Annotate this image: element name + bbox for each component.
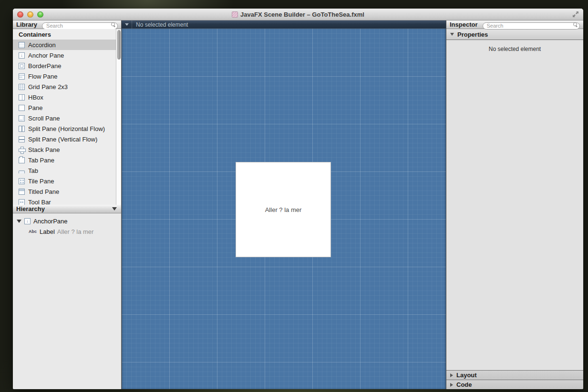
properties-section-label: Properties xyxy=(457,31,488,38)
library-list: ContainersAccordionAnchor PaneBorderPane… xyxy=(13,29,121,205)
hierarchy-node-anchorpane[interactable]: AnchorPane xyxy=(13,216,121,226)
library-item-label: Tab Pane xyxy=(28,157,54,164)
library-item-pane[interactable]: Pane xyxy=(13,102,116,113)
scene-builder-window: JavaFX Scene Builder – GoToTheSea.fxml L… xyxy=(13,9,583,389)
search-icon xyxy=(573,22,578,27)
inspector-search xyxy=(483,21,580,28)
anchor-pane-icon xyxy=(19,52,25,59)
code-section-header[interactable]: Code xyxy=(446,380,583,389)
design-canvas[interactable]: Aller ? la mer xyxy=(122,29,446,389)
chevron-down-icon xyxy=(450,33,454,36)
library-item-label: Pane xyxy=(28,104,42,111)
properties-section-header[interactable]: Properties xyxy=(446,29,583,40)
hierarchy-node-label[interactable]: AbcLabelAller ? la mer xyxy=(13,226,121,237)
hierarchy-header: Hierarchy xyxy=(13,205,121,213)
disclosure-triangle-icon[interactable] xyxy=(17,220,21,223)
library-item-tab-pane[interactable]: Tab Pane xyxy=(13,155,116,165)
abc-label-icon: Abc xyxy=(29,229,37,234)
no-selection-message: No selected element xyxy=(489,46,541,52)
library-item-label: Tab xyxy=(28,167,38,174)
library-item-label: Stack Pane xyxy=(28,146,60,153)
library-item-label: Accordion xyxy=(28,41,56,49)
library-item-stack-pane[interactable]: Stack Pane xyxy=(13,144,116,155)
library-item-accordion[interactable]: Accordion xyxy=(13,40,116,50)
library-item-label: Titled Pane xyxy=(28,188,59,195)
search-icon xyxy=(111,22,115,27)
library-item-grid-pane-2x3[interactable]: Grid Pane 2x3 xyxy=(13,81,116,92)
split-pane-h-icon xyxy=(19,126,25,132)
library-item-split-pane-horizontal-flow-[interactable]: Split Pane (Horizontal Flow) xyxy=(13,123,116,134)
library-item-anchor-pane[interactable]: Anchor Pane xyxy=(13,50,116,60)
title-bar[interactable]: JavaFX Scene Builder – GoToTheSea.fxml xyxy=(13,9,583,20)
chevron-right-icon xyxy=(450,383,453,387)
library-item-tool-bar[interactable]: Tool Bar xyxy=(13,197,116,205)
library-item-label: Tool Bar xyxy=(28,199,51,205)
library-item-titled-pane[interactable]: Titled Pane xyxy=(13,186,116,197)
anchorpane-icon xyxy=(24,218,31,224)
inspector-panel: Inspector Properties No selected element… xyxy=(446,20,583,389)
library-item-hbox[interactable]: HBox xyxy=(13,92,116,102)
library-item-label: Tile Pane xyxy=(28,178,54,185)
tab-icon xyxy=(19,171,25,173)
library-search-input[interactable] xyxy=(42,22,118,30)
content-area: No selected element Aller ? la mer xyxy=(122,20,446,389)
accordion-icon xyxy=(19,42,25,48)
library-scrollbar[interactable] xyxy=(116,29,121,205)
selection-dropdown-button[interactable] xyxy=(122,20,132,29)
hierarchy-menu-icon[interactable] xyxy=(112,207,117,211)
library-item-label: Scroll Pane xyxy=(28,115,60,122)
hierarchy-title: Hierarchy xyxy=(16,205,45,212)
inspector-search-input[interactable] xyxy=(483,22,580,30)
layout-section-header[interactable]: Layout xyxy=(446,370,583,380)
flow-pane-icon xyxy=(19,73,25,80)
library-search xyxy=(42,21,118,28)
library-item-tile-pane[interactable]: Tile Pane xyxy=(13,176,116,186)
hierarchy-node-type: AnchorPane xyxy=(33,218,68,225)
code-section-label: Code xyxy=(456,381,472,388)
fullscreen-icon[interactable] xyxy=(572,10,579,18)
library-item-label: Anchor Pane xyxy=(28,52,64,59)
library-item-label: Split Pane (Horizontal Flow) xyxy=(28,125,105,132)
left-panel: Library ContainersAccordionAnchor PaneBo… xyxy=(13,20,122,389)
library-item-borderpane[interactable]: BorderPane xyxy=(13,60,116,71)
pane-icon xyxy=(19,105,25,111)
library-item-label: Flow Pane xyxy=(28,73,57,80)
layout-section-label: Layout xyxy=(456,372,477,379)
library-item-label: Grid Pane 2x3 xyxy=(28,83,68,90)
anchor-pane-stage[interactable]: Aller ? la mer xyxy=(236,162,331,257)
chevron-down-icon xyxy=(125,23,129,26)
library-item-label: Split Pane (Vertical Flow) xyxy=(28,136,97,143)
hierarchy-node-type: Label xyxy=(40,228,55,235)
scroll-pane-icon xyxy=(19,115,25,121)
hierarchy-node-text: Aller ? la mer xyxy=(57,228,94,235)
fxml-document-icon xyxy=(232,11,238,18)
stage-label[interactable]: Aller ? la mer xyxy=(265,206,302,213)
tile-pane-icon xyxy=(19,178,25,184)
tool-bar-icon xyxy=(19,199,25,205)
library-item-label: HBox xyxy=(28,94,43,101)
library-section-header: Containers xyxy=(13,29,116,40)
stack-pane-icon xyxy=(19,147,25,153)
border-pane-icon xyxy=(19,63,25,69)
hbox-icon xyxy=(19,94,25,101)
titled-pane-icon xyxy=(19,189,25,195)
selection-path-bar: No selected element xyxy=(122,20,446,29)
inspector-header: Inspector xyxy=(446,20,583,29)
properties-body: No selected element xyxy=(446,40,583,370)
grid-pane-icon xyxy=(19,84,25,90)
library-item-scroll-pane[interactable]: Scroll Pane xyxy=(13,113,116,123)
hierarchy-tree: AnchorPaneAbcLabelAller ? la mer xyxy=(13,213,121,389)
window-title: JavaFX Scene Builder – GoToTheSea.fxml xyxy=(240,11,364,18)
window-title-area: JavaFX Scene Builder – GoToTheSea.fxml xyxy=(13,11,583,18)
selection-status-text: No selected element xyxy=(136,21,188,28)
inspector-title: Inspector xyxy=(450,21,478,28)
library-item-split-pane-vertical-flow-[interactable]: Split Pane (Vertical Flow) xyxy=(13,134,116,144)
tab-pane-icon xyxy=(19,157,25,163)
library-title: Library xyxy=(16,21,37,28)
chevron-right-icon xyxy=(450,373,453,377)
split-pane-v-icon xyxy=(19,136,25,142)
library-item-label: BorderPane xyxy=(28,62,61,70)
library-scrollbar-thumb[interactable] xyxy=(117,30,121,60)
library-item-flow-pane[interactable]: Flow Pane xyxy=(13,71,116,81)
library-item-tab[interactable]: Tab xyxy=(13,165,116,176)
